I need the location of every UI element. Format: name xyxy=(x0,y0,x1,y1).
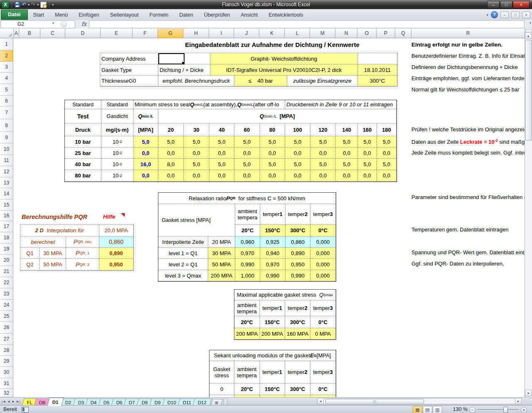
table-cell[interactable]: 0,0 xyxy=(285,170,310,182)
row-header-30[interactable]: 30 xyxy=(0,367,13,378)
table-cell[interactable]: 0,0 xyxy=(158,148,184,159)
table-cell[interactable]: Q1 xyxy=(20,248,40,259)
table-cell[interactable]: 5,0 xyxy=(336,159,358,170)
note-row9[interactable]: Daten aus der Zeile Leckrate = 10-2 sind… xyxy=(411,138,525,145)
page-layout-view-button[interactable]: ▤ xyxy=(423,406,432,413)
row-header-3[interactable]: 3 xyxy=(0,61,13,73)
table-cell[interactable]: 5,0 xyxy=(358,159,377,170)
horizontal-scrollbar[interactable]: ◄ ► xyxy=(317,398,522,404)
select-all-corner[interactable] xyxy=(0,29,14,38)
col-header-cell[interactable]: 40 xyxy=(209,123,234,136)
table-cell[interactable]: 10-2 xyxy=(101,136,133,148)
table-cell[interactable]: level 3 = Qmax xyxy=(158,270,208,281)
table-cell[interactable]: 300°C xyxy=(285,316,310,328)
limit-cell[interactable]: 300°C xyxy=(358,76,397,86)
column-header-B[interactable]: B xyxy=(19,29,40,38)
table-cell[interactable]: 0,960 xyxy=(235,236,260,248)
table-cell[interactable]: 0,940 xyxy=(260,248,286,259)
table-cell[interactable]: 30 MPA xyxy=(40,248,66,259)
table-cell[interactable]: 0,000 xyxy=(310,248,336,259)
table-cell[interactable]: 8,0 xyxy=(158,159,184,170)
table-cell[interactable]: Company Address xyxy=(100,53,158,64)
table-cell[interactable]: PQR, 1 xyxy=(66,248,99,259)
table-cell[interactable]: 0°C xyxy=(310,316,336,328)
table-cell[interactable]: 0,970 xyxy=(235,248,260,259)
table-cell[interactable]: 16,0 xyxy=(133,159,158,170)
restore-button[interactable]: □ xyxy=(500,1,512,8)
horizontal-scroll-track[interactable] xyxy=(324,398,515,404)
table-cell[interactable]: 0,990 xyxy=(260,270,286,281)
column-header-Q[interactable]: Q xyxy=(395,29,411,38)
col-header-cell[interactable]: 60 xyxy=(234,123,260,136)
row-header-22[interactable]: 22 xyxy=(0,277,13,288)
table-cell[interactable]: 5,0 xyxy=(285,159,310,170)
table-cell[interactable]: 5,0 xyxy=(158,136,184,148)
table-cell[interactable]: 0,990 xyxy=(235,259,260,270)
table-cell[interactable]: 10 bar xyxy=(65,136,101,148)
workbook-restore-icon[interactable]: □ xyxy=(511,12,520,18)
row-header-4[interactable]: 4 xyxy=(0,73,13,84)
table-cell[interactable]: 200 MPA xyxy=(208,270,235,281)
row-header-31[interactable]: 31 xyxy=(0,378,13,389)
row-header-17[interactable]: 17 xyxy=(0,221,13,232)
table-cell[interactable]: 5,0 xyxy=(133,136,158,148)
table-cell[interactable]: 0°C xyxy=(310,384,336,395)
col-header-cell[interactable]: 140 xyxy=(336,123,358,136)
table-cell[interactable]: level 2 = Q1 xyxy=(158,259,208,270)
pressure-cell[interactable]: ≤ 40 bar xyxy=(234,76,287,86)
tab-start[interactable]: Start xyxy=(28,10,49,20)
col-header-cell[interactable]: 160 xyxy=(358,123,377,136)
row-header-28[interactable]: 28 xyxy=(0,345,13,356)
table-cell[interactable]: 25 bar xyxy=(65,148,101,159)
table-cell[interactable]: 5,0 xyxy=(234,159,260,170)
table-cell[interactable]: 0,950 xyxy=(286,259,310,270)
undo-icon[interactable]: ↶ xyxy=(22,1,26,8)
column-header-E[interactable]: E xyxy=(101,29,133,38)
row-header-9[interactable]: 9 xyxy=(0,132,13,143)
table-cell[interactable]: 0,890 xyxy=(99,248,133,259)
table-cell[interactable]: ambienttempera xyxy=(234,361,260,384)
table-cell[interactable]: temper 1 xyxy=(260,361,285,384)
table-cell[interactable]: Q2 xyxy=(20,259,40,270)
note-row4[interactable]: Einträge empfohlen, ggf. vom Lieferanten… xyxy=(411,75,525,81)
scroll-left-icon[interactable]: ◄ xyxy=(317,398,324,404)
table-cell[interactable]: 0,0 xyxy=(358,170,377,182)
table-cell[interactable]: Qmin /L xyxy=(133,109,158,123)
table-cell[interactable]: 20°C xyxy=(235,225,260,236)
table-cell[interactable]: temper 1 xyxy=(260,300,285,316)
table-cell[interactable]: 5,0 xyxy=(310,136,336,148)
table-cell[interactable]: 300°C xyxy=(285,384,310,395)
table-cell[interactable]: 0,0 xyxy=(184,170,209,182)
table-title-cell[interactable]: Relaxation ratio PQR for stiffness C = 5… xyxy=(158,193,336,204)
table-cell[interactable]: 5,0 xyxy=(209,159,234,170)
row-header-25[interactable]: 25 xyxy=(0,311,13,322)
vertical-scrollbar[interactable]: ▲ ▼ xyxy=(525,29,532,397)
table-cell[interactable]: [MPA] xyxy=(133,123,158,136)
row-header-13[interactable]: 13 xyxy=(0,177,13,188)
table-cell[interactable]: Gasketstress xyxy=(209,361,234,384)
table-cell[interactable]: temper 2 xyxy=(285,361,310,384)
close-button[interactable]: × xyxy=(513,1,530,8)
table-cell[interactable]: 20 MPA xyxy=(208,236,235,248)
name-box-dropdown-icon[interactable]: ▾ xyxy=(52,21,54,25)
table-cell[interactable]: temper 3 xyxy=(310,300,336,316)
macro-record-icon[interactable] xyxy=(22,407,29,413)
table-cell[interactable]: temper 1 xyxy=(260,204,286,225)
table-cell[interactable]: 5,0 xyxy=(285,136,310,148)
column-header-I[interactable]: I xyxy=(209,29,234,38)
last-sheet-icon[interactable]: ►| xyxy=(16,400,20,403)
tab-split-handle[interactable] xyxy=(224,398,227,406)
zoom-slider-track[interactable] xyxy=(477,409,519,411)
table-cell[interactable]: PQR, 2 xyxy=(66,259,99,270)
table-cell[interactable]: 5,0 xyxy=(310,159,336,170)
table-cell[interactable]: 80 bar xyxy=(65,170,101,182)
table-cell[interactable]: 0,000 xyxy=(310,270,336,281)
redo-dropdown-icon[interactable]: ▾ xyxy=(37,3,39,7)
row-header-20[interactable]: 20 xyxy=(0,255,13,266)
fx-icon[interactable]: fx xyxy=(81,21,86,27)
gasket-type-cell[interactable]: IDT-Sigraflex Universal Pro V20010C2I-P,… xyxy=(210,64,358,76)
column-header-M[interactable]: M xyxy=(310,29,335,38)
table-cell[interactable]: 0,0 xyxy=(133,148,158,159)
table-cell[interactable]: 200 MPA xyxy=(234,328,260,339)
first-sheet-icon[interactable]: |◄ xyxy=(2,400,6,403)
